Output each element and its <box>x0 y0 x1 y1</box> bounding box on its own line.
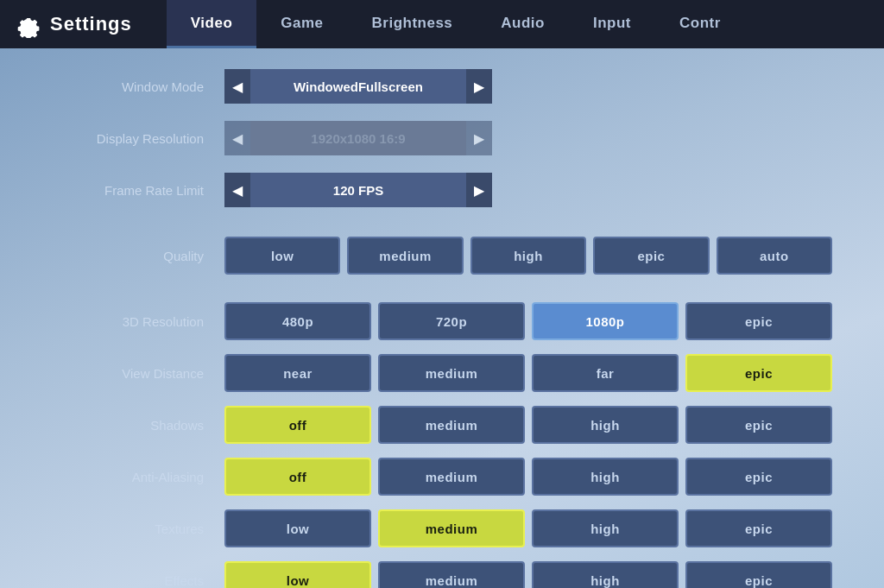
window-mode-next[interactable]: ▶ <box>466 69 492 104</box>
vd-medium[interactable]: medium <box>378 354 525 392</box>
aa-high[interactable]: high <box>532 458 679 496</box>
quality-epic[interactable]: epic <box>593 237 709 275</box>
anti-aliasing-label: Anti-Aliasing <box>52 470 224 484</box>
shadows-epic[interactable]: epic <box>685 406 832 444</box>
effects-row: Effects low medium high epic <box>52 560 832 588</box>
res-480p[interactable]: 480p <box>224 302 371 340</box>
vd-epic[interactable]: epic <box>685 354 832 392</box>
anti-aliasing-row: Anti-Aliasing off medium high epic <box>52 456 832 497</box>
nav-tabs: Video Game Brightness Audio Input Contr <box>167 0 745 48</box>
shadows-medium[interactable]: medium <box>378 406 525 444</box>
res-1080p[interactable]: 1080p <box>532 302 679 340</box>
effects-label: Effects <box>52 573 224 588</box>
frame-rate-row: Frame Rate Limit ◀ 120 FPS ▶ <box>52 169 832 211</box>
window-mode-value: WindowedFullscreen <box>250 69 466 104</box>
eff-low[interactable]: low <box>224 561 371 588</box>
tab-input[interactable]: Input <box>569 0 655 48</box>
eff-epic[interactable]: epic <box>685 561 832 588</box>
quality-auto[interactable]: auto <box>717 237 832 275</box>
tab-video[interactable]: Video <box>167 0 256 48</box>
view-distance-row: View Distance near medium far epic <box>52 352 832 394</box>
eff-high[interactable]: high <box>532 561 679 588</box>
vd-near[interactable]: near <box>224 354 371 392</box>
display-res-next[interactable]: ▶ <box>466 121 492 155</box>
quality-label: Quality <box>52 249 224 263</box>
frame-rate-slider: ◀ 120 FPS ▶ <box>224 173 492 207</box>
shadows-control: off medium high epic <box>224 406 832 444</box>
quality-low[interactable]: low <box>224 237 340 275</box>
frame-rate-value: 120 FPS <box>250 173 466 207</box>
shadows-row: Shadows off medium high epic <box>52 404 832 446</box>
display-resolution-slider: ◀ 1920x1080 16:9 ▶ <box>224 121 492 155</box>
resolution-3d-control: 480p 720p 1080p epic <box>224 302 832 340</box>
aa-epic[interactable]: epic <box>685 458 832 496</box>
aa-medium[interactable]: medium <box>378 458 525 496</box>
vd-far[interactable]: far <box>532 354 679 392</box>
window-mode-slider: ◀ WindowedFullscreen ▶ <box>224 69 492 104</box>
display-resolution-row: Display Resolution ◀ 1920x1080 16:9 ▶ <box>52 117 832 159</box>
frame-rate-label: Frame Rate Limit <box>52 183 224 198</box>
eff-medium[interactable]: medium <box>378 561 525 588</box>
frame-rate-next[interactable]: ▶ <box>466 173 492 207</box>
quality-control: low medium high epic auto <box>224 237 832 275</box>
effects-control: low medium high epic <box>224 561 832 588</box>
textures-control: low medium high epic <box>224 509 832 547</box>
res-720p[interactable]: 720p <box>378 302 525 340</box>
display-resolution-label: Display Resolution <box>52 131 224 146</box>
window-mode-prev[interactable]: ◀ <box>224 69 250 104</box>
window-mode-control: ◀ WindowedFullscreen ▶ <box>224 69 832 104</box>
tex-epic[interactable]: epic <box>685 509 832 547</box>
tab-audio[interactable]: Audio <box>477 0 569 48</box>
shadows-off[interactable]: off <box>224 406 371 444</box>
tex-high[interactable]: high <box>532 509 679 547</box>
tex-medium[interactable]: medium <box>378 509 525 547</box>
resolution-3d-row: 3D Resolution 480p 720p 1080p epic <box>52 300 832 342</box>
window-mode-row: Window Mode ◀ WindowedFullscreen ▶ <box>52 66 832 107</box>
anti-aliasing-control: off medium high epic <box>224 458 832 496</box>
quality-row: Quality low medium high epic auto <box>52 235 832 276</box>
view-distance-control: near medium far epic <box>224 354 832 392</box>
shadows-label: Shadows <box>52 418 224 433</box>
frame-rate-control: ◀ 120 FPS ▶ <box>224 173 832 207</box>
window-mode-label: Window Mode <box>52 79 224 94</box>
quality-high[interactable]: high <box>470 237 586 275</box>
tab-controls[interactable]: Contr <box>655 0 745 48</box>
tab-game[interactable]: Game <box>256 0 347 48</box>
quality-medium[interactable]: medium <box>347 237 463 275</box>
tab-brightness[interactable]: Brightness <box>348 0 477 48</box>
textures-label: Textures <box>52 522 224 536</box>
display-res-prev[interactable]: ◀ <box>224 121 250 155</box>
res-epic[interactable]: epic <box>685 302 832 340</box>
textures-row: Textures low medium high epic <box>52 508 832 549</box>
frame-rate-prev[interactable]: ◀ <box>224 173 250 207</box>
gear-icon <box>14 10 41 38</box>
aa-off[interactable]: off <box>224 458 371 496</box>
resolution-3d-label: 3D Resolution <box>52 314 224 329</box>
tex-low[interactable]: low <box>224 509 371 547</box>
nav-title: Settings <box>50 13 132 35</box>
display-resolution-value: 1920x1080 16:9 <box>250 121 466 155</box>
shadows-high[interactable]: high <box>532 406 679 444</box>
display-resolution-control: ◀ 1920x1080 16:9 ▶ <box>224 121 832 155</box>
settings-content: Window Mode ◀ WindowedFullscreen ▶ Displ… <box>0 48 884 588</box>
nav-logo: Settings <box>14 10 132 38</box>
nav-bar: Settings Video Game Brightness Audio Inp… <box>0 0 884 48</box>
view-distance-label: View Distance <box>52 366 224 381</box>
